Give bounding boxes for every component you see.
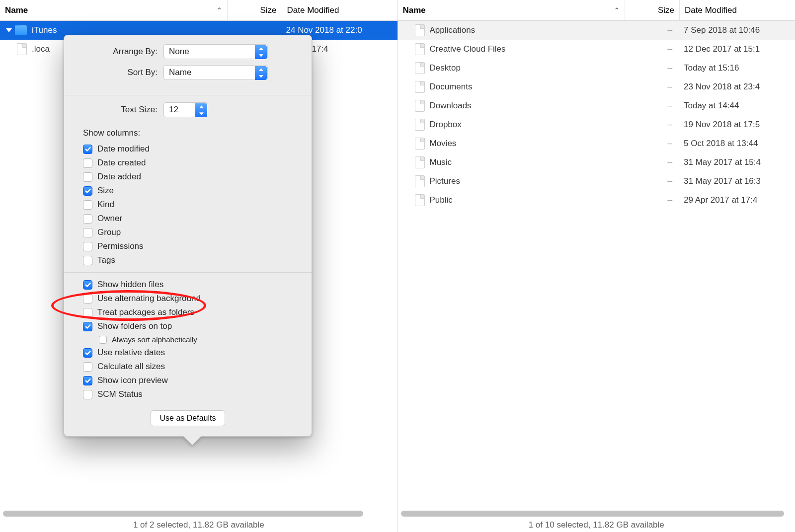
- checkbox-label: Use alternating background: [97, 294, 201, 304]
- checkbox-label: Permissions: [97, 241, 144, 251]
- file-row[interactable]: Documents--23 Nov 2018 at 23:4: [398, 77, 795, 96]
- use-as-defaults-label: Use as Defaults: [160, 414, 216, 422]
- file-row[interactable]: Applications--7 Sep 2018 at 10:46: [398, 21, 795, 40]
- checkbox-row[interactable]: Use relative dates: [64, 346, 312, 360]
- checkbox[interactable]: [83, 322, 92, 331]
- right-file-list[interactable]: Applications--7 Sep 2018 at 10:46Creativ…: [398, 21, 795, 509]
- checkbox-row[interactable]: Show hidden files: [64, 278, 312, 292]
- checkbox[interactable]: [83, 172, 92, 182]
- checkbox[interactable]: [83, 242, 92, 251]
- checkbox-row[interactable]: Calculate all sizes: [64, 360, 312, 374]
- checkbox-row[interactable]: Date created: [64, 156, 312, 170]
- column-date[interactable]: Date Modified: [282, 0, 398, 20]
- checkbox-label: Group: [97, 228, 121, 237]
- checkbox[interactable]: [83, 308, 92, 317]
- column-size[interactable]: Size: [625, 0, 680, 20]
- checkbox[interactable]: [83, 256, 92, 265]
- checkbox[interactable]: [83, 390, 92, 399]
- file-date: Today at 15:16: [680, 63, 795, 73]
- checkbox[interactable]: [83, 362, 92, 372]
- checkbox-row[interactable]: Group: [64, 226, 312, 239]
- checkbox[interactable]: [83, 228, 92, 237]
- file-row[interactable]: Pictures--31 May 2017 at 16:3: [398, 172, 795, 191]
- checkbox[interactable]: [83, 158, 92, 168]
- file-name: Movies: [430, 139, 457, 149]
- text-size-select[interactable]: 12: [163, 102, 208, 117]
- column-name-label: Name: [403, 5, 426, 15]
- checkbox-label: Calculate all sizes: [97, 362, 165, 372]
- disclosure-triangle-icon[interactable]: [6, 28, 12, 32]
- file-name: Downloads: [430, 101, 472, 111]
- checkbox[interactable]: [83, 280, 92, 290]
- arrange-by-label: Arrange By:: [74, 47, 163, 57]
- arrange-by-select[interactable]: None: [163, 44, 268, 59]
- file-date: 19 Nov 2018 at 17:5: [680, 120, 795, 130]
- file-size: --: [625, 176, 680, 186]
- column-date[interactable]: Date Modified: [680, 0, 795, 20]
- horizontal-scrollbar[interactable]: [0, 509, 398, 518]
- file-size: --: [625, 44, 680, 54]
- column-name[interactable]: Name ⌃: [398, 0, 626, 20]
- text-size-label: Text Size:: [74, 105, 163, 115]
- checkbox-label: Show folders on top: [97, 321, 172, 331]
- checkbox-label: Tags: [97, 255, 115, 265]
- sort-indicator-icon: ⌃: [217, 6, 222, 14]
- checkbox-row[interactable]: Size: [64, 184, 312, 198]
- use-as-defaults-button[interactable]: Use as Defaults: [151, 410, 226, 426]
- checkbox-row[interactable]: SCM Status: [64, 387, 312, 401]
- checkbox[interactable]: [83, 294, 92, 304]
- file-date: 24 Nov 2018 at 22:0: [282, 25, 398, 35]
- file-row[interactable]: Public--29 Apr 2017 at 17:4: [398, 191, 795, 210]
- status-text: 1 of 10 selected, 11.82 GB available: [529, 520, 664, 530]
- column-size[interactable]: Size: [228, 0, 282, 20]
- file-row[interactable]: Dropbox--19 Nov 2018 at 17:5: [398, 115, 795, 134]
- checkbox-row[interactable]: Date added: [64, 170, 312, 184]
- checkbox[interactable]: [83, 200, 92, 210]
- file-row[interactable]: Movies--5 Oct 2018 at 13:44: [398, 134, 795, 153]
- checkbox[interactable]: [83, 186, 92, 196]
- checkbox[interactable]: [83, 348, 92, 358]
- checkbox-row[interactable]: Permissions: [64, 239, 312, 253]
- sort-by-select[interactable]: Name: [163, 65, 268, 80]
- column-date-label: Date Modified: [685, 5, 737, 15]
- column-header: Name ⌃ Size Date Modified: [398, 0, 795, 21]
- checkbox[interactable]: [83, 376, 92, 385]
- checkbox-row[interactable]: Date modified: [64, 142, 312, 156]
- show-columns-label: Show columns:: [64, 128, 312, 142]
- checkbox[interactable]: [99, 336, 107, 344]
- scroll-thumb[interactable]: [3, 511, 363, 517]
- file-row[interactable]: Creative Cloud Files--12 Dec 2017 at 15:…: [398, 40, 795, 59]
- checkbox-row[interactable]: Owner: [64, 212, 312, 226]
- file-row[interactable]: Desktop--Today at 15:16: [398, 59, 795, 77]
- file-row[interactable]: Downloads--Today at 14:44: [398, 96, 795, 115]
- checkbox-row[interactable]: Treat packages as folders: [64, 305, 312, 319]
- file-row[interactable]: Music--31 May 2017 at 15:4: [398, 153, 795, 172]
- checkbox-label: Treat packages as folders: [97, 307, 194, 317]
- checkbox-label: Show hidden files: [97, 280, 163, 290]
- column-name[interactable]: Name ⌃: [0, 0, 228, 20]
- status-bar: 1 of 10 selected, 11.82 GB available: [398, 518, 795, 532]
- scroll-thumb[interactable]: [401, 511, 785, 517]
- checkbox-row[interactable]: Show folders on top: [64, 319, 312, 333]
- file-date: 12 Dec 2017 at 15:1: [680, 44, 795, 54]
- file-name: Desktop: [430, 63, 461, 73]
- checkbox-label: Show icon preview: [97, 376, 168, 385]
- checkbox-row[interactable]: Tags: [64, 253, 312, 267]
- file-icon: [415, 175, 425, 187]
- file-size: --: [625, 82, 680, 92]
- checkbox-row[interactable]: Kind: [64, 198, 312, 212]
- file-date: 7 Sep 2018 at 10:46: [680, 25, 795, 35]
- checkbox-label: Size: [97, 186, 114, 196]
- always-sort-checkbox-row[interactable]: Always sort alphabetically: [64, 333, 312, 346]
- checkbox-row[interactable]: Use alternating background: [64, 292, 312, 305]
- sort-by-label: Sort By:: [74, 68, 163, 77]
- file-icon: [415, 156, 425, 168]
- right-pane: Name ⌃ Size Date Modified Applications--…: [398, 0, 795, 532]
- folder-icon: [15, 25, 27, 35]
- horizontal-scrollbar[interactable]: [398, 509, 795, 518]
- file-size: --: [625, 101, 680, 111]
- file-icon: [415, 138, 425, 150]
- checkbox[interactable]: [83, 214, 92, 224]
- checkbox[interactable]: [83, 145, 92, 154]
- checkbox-row[interactable]: Show icon preview: [64, 374, 312, 387]
